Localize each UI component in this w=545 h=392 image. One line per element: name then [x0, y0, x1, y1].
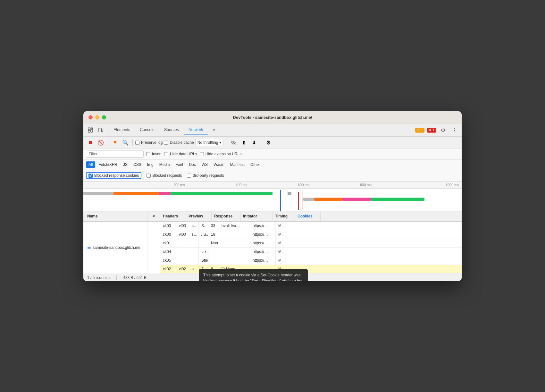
ruler-mark-3: 600 ms	[272, 183, 335, 187]
throttle-arrow: ▾	[219, 140, 221, 145]
third-party-label[interactable]: 3rd-party requests	[187, 173, 224, 178]
wifi-icon[interactable]	[229, 138, 238, 147]
tab-more[interactable]: »	[208, 125, 220, 135]
th-x-label: ×	[153, 214, 155, 218]
disable-cache-checkbox[interactable]	[164, 141, 168, 145]
titlebar: DevTools - samesite-sandbox.glitch.me/	[83, 111, 462, 124]
preserve-log-label[interactable]: Preserve log	[135, 140, 163, 145]
td-ck00-s: / S..	[199, 230, 208, 239]
td-ck01-m: M.	[276, 239, 285, 247]
blocked-cookies-label[interactable]: Blocked response cookies	[88, 173, 139, 178]
td-x-main	[147, 222, 160, 274]
td-ck04-path	[189, 248, 199, 256]
type-manifest[interactable]: Manifest	[228, 161, 247, 168]
more-options-icon[interactable]: ⋮	[450, 126, 459, 135]
type-img[interactable]: Img	[145, 161, 156, 168]
filter-input[interactable]	[86, 151, 144, 158]
download-icon[interactable]: ⬇	[249, 138, 258, 147]
td-ck02-size: 8	[208, 265, 218, 273]
cookie-row-ck05[interactable]: ck05 Strict https://… M.	[160, 256, 462, 265]
cookie-rows: ck03 vl03 s… S.. 33 InvalidVa… https://……	[160, 222, 462, 274]
hide-data-urls-checkbox[interactable]	[164, 152, 168, 156]
type-all[interactable]: All	[86, 161, 95, 168]
td-ck00-init	[218, 230, 250, 239]
tab-sources[interactable]: Sources	[160, 125, 183, 135]
error-icon: ✕	[429, 128, 432, 132]
td-ck04-m: M.	[276, 248, 285, 256]
settings-icon[interactable]: ⚙	[439, 126, 448, 135]
close-button[interactable]	[88, 115, 93, 119]
cookie-row-ck02[interactable]: ck02 vl02 s… / S.. 8 ⓘ None M.	[160, 265, 462, 274]
cookie-row-ck00[interactable]: ck00 vl00 s… / S.. 18 https://… M.	[160, 230, 462, 239]
search-icon[interactable]: 🔍	[121, 138, 130, 147]
td-ck00-url: https://…	[250, 230, 276, 239]
hide-ext-label[interactable]: Hide extension URLs	[200, 152, 242, 156]
type-wasm[interactable]: Wasm	[211, 161, 227, 168]
invert-label[interactable]: Invert	[146, 152, 162, 156]
separator: │	[116, 275, 118, 280]
inspect-icon[interactable]	[86, 126, 95, 135]
third-party-text: 3rd-party requests	[193, 173, 224, 178]
td-ck03-s: S..	[199, 222, 208, 230]
td-ck04-val	[176, 248, 189, 256]
throttle-dropdown[interactable]: No throttling ▾	[195, 139, 224, 146]
disable-cache-text: Disable cache	[170, 140, 194, 145]
td-ck04-size	[208, 248, 218, 256]
td-ck04-url: https://…	[250, 248, 276, 256]
svg-rect-5	[102, 129, 103, 131]
upload-icon[interactable]: ⬆	[239, 138, 248, 147]
table-row-main[interactable]: ☰ samesite-sandbox.glitch.me ck03 vl03 s…	[83, 222, 462, 274]
th-cookies: Cookies	[295, 211, 321, 221]
tab-bar: Elements Console Sources Network » ⚠ 1 ✕…	[83, 124, 462, 137]
td-ck05-name: ck05	[160, 256, 176, 265]
hide-ext-checkbox[interactable]	[200, 152, 204, 156]
type-js[interactable]: JS	[121, 161, 130, 168]
blocked-requests-checkbox[interactable]	[147, 174, 151, 178]
settings2-icon[interactable]: ⚙	[264, 138, 273, 147]
tab-console[interactable]: Console	[135, 125, 159, 135]
cookie-row-ck01[interactable]: ck01 None https://… M.	[160, 239, 462, 248]
record-button[interactable]: ⏺	[86, 138, 95, 147]
type-fetch-xhr[interactable]: Fetch/XHR	[96, 161, 120, 168]
cookie-row-ck04[interactable]: ck04 .ax https://… M.	[160, 248, 462, 256]
separator-4	[261, 139, 261, 146]
cookie-row-ck03[interactable]: ck03 vl03 s… S.. 33 InvalidVa… https://……	[160, 222, 462, 230]
type-css[interactable]: CSS	[131, 161, 144, 168]
tab-elements[interactable]: Elements	[109, 125, 135, 135]
traffic-lights	[88, 115, 106, 119]
warning-badge: ⚠ 1	[415, 128, 424, 133]
invert-checkbox[interactable]	[146, 152, 150, 156]
type-other[interactable]: Other	[248, 161, 263, 168]
svg-rect-2	[88, 130, 90, 132]
td-rest-main: ck03 vl03 s… S.. 33 InvalidVa… https://……	[160, 222, 462, 274]
device-icon[interactable]	[96, 126, 105, 135]
tab-network[interactable]: Network	[184, 125, 208, 135]
type-ws[interactable]: WS	[199, 161, 210, 168]
td-ck03-size: 33	[208, 222, 218, 230]
clear-button[interactable]: 🚫	[96, 138, 105, 147]
preserve-log-checkbox[interactable]	[135, 141, 139, 145]
disable-cache-label[interactable]: Disable cache	[164, 140, 194, 145]
td-ck05-init	[218, 256, 250, 265]
ruler-mark-1: 200 ms	[148, 183, 210, 187]
hide-data-urls-label[interactable]: Hide data URLs	[164, 152, 197, 156]
tabs: Elements Console Sources Network »	[109, 125, 415, 135]
td-ck01-size: None	[208, 239, 218, 247]
td-ck01-url: https://…	[250, 239, 276, 247]
minimize-button[interactable]	[95, 115, 99, 119]
devtools-panel: Elements Console Sources Network » ⚠ 1 ✕…	[83, 124, 462, 281]
svg-rect-4	[99, 128, 101, 132]
ruler-mark-4: 800 ms	[335, 183, 397, 187]
td-ck04-s: .ax	[199, 248, 208, 256]
blocked-cookies-checkbox[interactable]	[88, 174, 93, 178]
td-ck04-init	[218, 248, 250, 256]
blocked-requests-label[interactable]: Blocked requests	[147, 173, 182, 178]
type-doc[interactable]: Doc	[186, 161, 198, 168]
maximize-button[interactable]	[102, 115, 106, 119]
third-party-checkbox[interactable]	[187, 174, 191, 178]
type-media[interactable]: Media	[157, 161, 172, 168]
type-font[interactable]: Font	[173, 161, 186, 168]
devtools-window: DevTools - samesite-sandbox.glitch.me/	[83, 111, 462, 281]
filter-icon[interactable]: ▼	[111, 138, 120, 147]
ruler-mark-5: 1000 ms	[397, 183, 459, 187]
